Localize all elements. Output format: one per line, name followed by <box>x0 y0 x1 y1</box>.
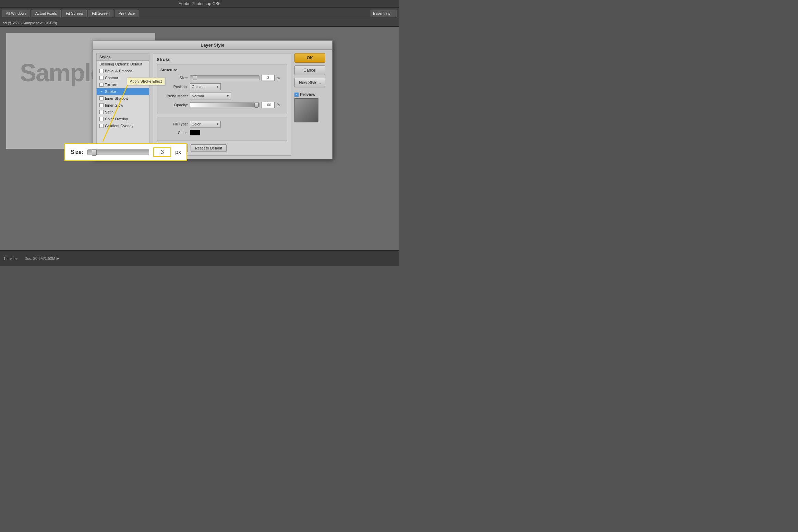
doc-info-arrow-icon: ▶ <box>57 256 59 260</box>
timeline-label: Timeline <box>3 256 17 261</box>
styles-color-overlay[interactable]: Color Overlay <box>97 116 149 122</box>
styles-bevel-emboss[interactable]: Bevel & Emboss <box>97 68 149 74</box>
ok-button[interactable]: OK <box>294 53 325 63</box>
inner-glow-label: Inner Glow <box>105 103 123 107</box>
size-slider-thumb[interactable] <box>193 75 197 80</box>
blend-mode-arrow-icon: ▼ <box>226 94 229 98</box>
layer-style-dialog: Layer Style Styles Blending Options: Def… <box>93 40 332 159</box>
satin-label: Satin <box>105 110 113 114</box>
doc-info: Doc: 20.6M/1.50M <box>24 256 55 261</box>
stroke-checkbox[interactable]: ✓ <box>99 89 104 94</box>
zoom-slider-thumb[interactable] <box>92 149 97 156</box>
canvas-area: Sample tex Size: 3 px Apply Stroke Effec… <box>0 27 399 250</box>
fit-screen-button[interactable]: Fit Screen <box>62 10 87 17</box>
title-bar: Adobe Photoshop CS6 <box>0 0 399 8</box>
stroke-section-title: Stroke <box>157 57 287 62</box>
gradient-overlay-checkbox[interactable] <box>99 124 104 128</box>
structure-box: Structure Size: px Position: <box>157 64 287 114</box>
fill-type-section: Fill Type: Color ▼ Color: <box>157 118 287 141</box>
styles-inner-glow[interactable]: Inner Glow <box>97 102 149 109</box>
preview-label-row: ✓ Preview <box>294 92 329 97</box>
opacity-input[interactable] <box>262 102 275 108</box>
styles-blending-options[interactable]: Blending Options: Default <box>97 61 149 68</box>
cancel-button[interactable]: Cancel <box>294 65 325 75</box>
all-windows-button[interactable]: All Windows <box>2 10 30 17</box>
inner-shadow-checkbox[interactable] <box>99 96 104 100</box>
fill-type-row: Fill Type: Color ▼ <box>160 121 283 128</box>
styles-panel: Styles Blending Options: Default Bevel &… <box>96 53 149 156</box>
color-label: Color: <box>160 131 188 135</box>
styles-header: Styles <box>97 53 149 61</box>
essentials-dropdown[interactable]: Essentials ▼ <box>371 10 397 17</box>
texture-label: Texture <box>105 83 117 87</box>
position-dropdown[interactable]: Outside ▼ <box>190 83 221 90</box>
color-overlay-label: Color Overlay <box>105 117 128 121</box>
gradient-overlay-label: Gradient Overlay <box>105 124 133 128</box>
preview-section: ✓ Preview <box>294 92 329 122</box>
preview-thumbnail <box>294 98 318 122</box>
position-value: Outside <box>192 85 205 89</box>
preview-checkbox[interactable]: ✓ <box>294 93 299 97</box>
toolbar: All Windows Actual Pixels Fit Screen Fil… <box>0 8 399 19</box>
actual-pixels-button[interactable]: Actual Pixels <box>32 10 61 17</box>
structure-title: Structure <box>160 68 283 72</box>
document-tab[interactable]: sd @ 25% (Sample text, RGB/8) <box>0 19 399 27</box>
fill-screen-button[interactable]: Fill Screen <box>88 10 113 17</box>
zoom-size-input[interactable]: 3 <box>153 147 171 157</box>
fill-type-arrow-icon: ▼ <box>216 122 219 126</box>
styles-gradient-overlay[interactable]: Gradient Overlay <box>97 122 149 129</box>
styles-stroke[interactable]: ✓ Stroke <box>97 88 149 95</box>
position-row: Position: Outside ▼ <box>160 83 283 90</box>
size-slider[interactable] <box>190 75 259 80</box>
stroke-label: Stroke <box>105 89 116 94</box>
doc-tab-label: sd @ 25% (Sample text, RGB/8) <box>3 21 57 25</box>
size-input[interactable] <box>262 75 275 81</box>
texture-checkbox[interactable] <box>99 83 104 87</box>
color-row: Color: <box>160 130 283 135</box>
size-row: Size: px <box>160 75 283 81</box>
zoom-slider[interactable] <box>87 149 149 155</box>
dialog-titlebar[interactable]: Layer Style <box>93 41 332 50</box>
blending-options-label: Blending Options: Default <box>99 62 142 66</box>
contour-label: Contour <box>105 76 118 80</box>
tooltip-callout: Apply Stroke Effect <box>127 77 165 85</box>
opacity-unit: % <box>277 103 283 107</box>
opacity-slider[interactable] <box>190 102 259 107</box>
styles-satin[interactable]: Satin <box>97 109 149 116</box>
bevel-checkbox[interactable] <box>99 69 104 73</box>
fill-type-value: Color <box>192 122 201 126</box>
blend-mode-dropdown[interactable]: Normal ▼ <box>190 93 231 99</box>
new-style-button[interactable]: New Style... <box>294 78 325 87</box>
stroke-settings-panel: Stroke Structure Size: px Position <box>153 53 291 156</box>
styles-inner-shadow[interactable]: Inner Shadow <box>97 95 149 102</box>
color-swatch[interactable] <box>190 130 200 135</box>
fill-type-label: Fill Type: <box>160 122 188 126</box>
blend-mode-label: Blend Mode: <box>160 94 188 98</box>
preview-label: Preview <box>300 92 315 97</box>
zoom-size-label: Size: <box>71 149 83 155</box>
tooltip-text: Apply Stroke Effect <box>130 79 162 83</box>
reset-to-default-button[interactable]: Reset to Default <box>191 144 227 152</box>
blend-mode-row: Blend Mode: Normal ▼ <box>160 93 283 99</box>
size-unit: px <box>277 76 283 80</box>
opacity-slider-thumb[interactable] <box>254 103 258 108</box>
blend-mode-value: Normal <box>192 94 204 98</box>
color-overlay-checkbox[interactable] <box>99 117 104 121</box>
inner-glow-checkbox[interactable] <box>99 103 104 107</box>
position-arrow-icon: ▼ <box>216 85 219 88</box>
fill-type-dropdown[interactable]: Color ▼ <box>190 121 221 128</box>
zoom-panel: Size: 3 px <box>64 143 187 161</box>
action-panel: OK Cancel New Style... ✓ Preview <box>294 53 329 156</box>
opacity-row: Opacity: % <box>160 102 283 108</box>
satin-checkbox[interactable] <box>99 110 104 114</box>
status-bar: Timeline Doc: 20.6M/1.50M ▶ <box>0 250 399 266</box>
opacity-label: Opacity: <box>160 103 188 107</box>
position-label: Position: <box>160 85 188 89</box>
inner-shadow-label: Inner Shadow <box>105 96 128 100</box>
bevel-label: Bevel & Emboss <box>105 69 133 73</box>
print-size-button[interactable]: Print Size <box>115 10 138 17</box>
essentials-arrow-icon: ▼ <box>391 12 395 15</box>
app-title: Adobe Photoshop CS6 <box>179 1 220 6</box>
contour-checkbox[interactable] <box>99 76 104 80</box>
dialog-title: Layer Style <box>201 43 224 48</box>
